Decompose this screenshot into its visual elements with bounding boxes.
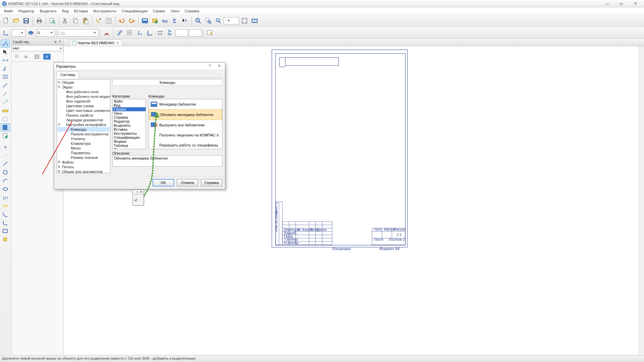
properties-object-combo[interactable]: Нет▾: [12, 45, 63, 51]
print-button[interactable]: [35, 16, 44, 25]
tree-node[interactable]: Клавиатура: [57, 141, 110, 146]
undo-button[interactable]: [117, 16, 126, 25]
zoom-fit-button[interactable]: [240, 16, 249, 25]
point-tool[interactable]: [1, 143, 10, 151]
tab-close-icon[interactable]: ✕: [116, 41, 120, 45]
new-doc-button[interactable]: [1, 16, 11, 25]
panel-close-icon[interactable]: ✕: [58, 40, 62, 44]
fillet-tool[interactable]: [1, 219, 10, 227]
tree-node[interactable]: Параметры: [57, 150, 110, 155]
tree-node[interactable]: Утилиты: [57, 136, 110, 141]
category-item[interactable]: Таблица: [113, 143, 146, 147]
category-item[interactable]: Файл: [113, 99, 146, 103]
xy-label-button[interactable]: Y▸X▸: [165, 28, 175, 38]
props-az-button[interactable]: A↓: [22, 53, 32, 61]
style-combo[interactable]: ▾: [59, 29, 98, 37]
command-item[interactable]: Обновить менеджер библиотек: [149, 109, 222, 120]
tree-node[interactable]: Цветовая схема: [57, 104, 110, 108]
reporting-tool[interactable]: [1, 132, 10, 140]
maximize-button[interactable]: ▭: [614, 1, 628, 7]
commands-listbox[interactable]: Менеджер библиотекОбновить менеджер библ…: [149, 99, 222, 149]
menu-editor[interactable]: Редактор: [16, 8, 37, 14]
param-mode-button[interactable]: [115, 28, 124, 38]
ortho-button[interactable]: [145, 28, 155, 38]
zoom-combo[interactable]: ▾: [224, 17, 239, 24]
ok-button[interactable]: OK: [153, 179, 174, 186]
y-input[interactable]: [189, 29, 202, 37]
category-item[interactable]: Спецификация: [113, 135, 146, 139]
zoom-all-button[interactable]: [250, 16, 259, 25]
local-cs-button[interactable]: [135, 28, 145, 38]
category-item[interactable]: Вид: [113, 103, 146, 107]
save-button[interactable]: [21, 16, 31, 25]
edit-slash-tool[interactable]: [1, 90, 10, 98]
menu-select[interactable]: Выделить: [37, 8, 59, 14]
arc-tool[interactable]: [1, 177, 10, 185]
tree-node[interactable]: Общие для документов: [57, 169, 110, 173]
category-item[interactable]: Справка: [113, 115, 146, 119]
command-item[interactable]: Разрешить работу со спецификац: [149, 140, 222, 149]
tree-node[interactable]: Панели инструментов: [57, 132, 110, 136]
zoom-window-button[interactable]: [204, 16, 213, 25]
geometry-tool[interactable]: [1, 40, 10, 48]
open-button[interactable]: [11, 16, 21, 25]
dialog-help-icon[interactable]: ?: [206, 64, 214, 69]
layer-state-button[interactable]: [26, 28, 36, 38]
spline-tool[interactable]: [1, 202, 10, 210]
polygon-tool[interactable]: [1, 235, 10, 243]
category-item[interactable]: Формат: [113, 139, 146, 143]
segment-tool[interactable]: [1, 160, 10, 168]
tree-node[interactable]: Фон надписей: [57, 99, 110, 104]
settings-tree[interactable]: ОбщиеЭкранФон рабочего поляФон рабочего …: [57, 79, 110, 173]
menu-help[interactable]: Справка: [182, 8, 202, 14]
tree-node[interactable]: Фон рабочего поля моделей: [57, 94, 110, 99]
panel-pin-icon[interactable]: ⬙: [53, 40, 57, 44]
category-item[interactable]: Сервис: [113, 107, 146, 111]
list-button[interactable]: [104, 16, 113, 25]
categories-listbox[interactable]: ФайлВидСервисОкноСправкаРедакторВыделить…: [112, 99, 146, 149]
function-button[interactable]: f(x): [160, 16, 170, 25]
preview-button[interactable]: [48, 16, 57, 25]
menu-insert[interactable]: Вставка: [71, 8, 91, 14]
tree-node[interactable]: Файлы: [57, 160, 110, 165]
view-combo[interactable]: ▾: [11, 29, 25, 37]
document-tab[interactable]: Чертеж БЕЗ ИМЕНИ1 ✕: [70, 39, 122, 46]
menu-tools[interactable]: Инструменты: [91, 8, 119, 14]
zoom-in-button[interactable]: [194, 16, 203, 25]
cut-button[interactable]: [61, 16, 70, 25]
tree-node[interactable]: Цвет текстовых элементов: [57, 108, 110, 113]
construction-designation-tool[interactable]: [1, 73, 10, 81]
edit-tool[interactable]: [1, 81, 10, 89]
edit-macro-button[interactable]: [205, 28, 215, 38]
category-item[interactable]: Инструменты: [113, 131, 146, 135]
cancel-button[interactable]: Отмена: [177, 179, 198, 186]
aux-line-tool[interactable]: [1, 152, 10, 160]
command-item[interactable]: Менеджер библиотек: [149, 99, 222, 109]
paste-button[interactable]: [81, 16, 90, 25]
command-item[interactable]: Выгрузить все библиотеки: [149, 120, 222, 130]
measure-tool[interactable]: [1, 107, 10, 115]
parameterize-tool[interactable]: [1, 98, 10, 106]
library-manager-button[interactable]: [140, 16, 150, 25]
tree-node[interactable]: Печать: [57, 165, 110, 169]
category-item[interactable]: Редактор: [113, 119, 146, 123]
whatsthis-button[interactable]: ?: [180, 16, 190, 25]
close-button[interactable]: ✕: [629, 1, 642, 7]
menu-spec[interactable]: Спецификация: [119, 8, 150, 14]
select-tool[interactable]: [1, 115, 10, 123]
category-item[interactable]: Выделить: [113, 123, 146, 127]
tree-node[interactable]: Экран: [57, 85, 110, 89]
rectangle-tool[interactable]: [1, 227, 10, 235]
props-help-button[interactable]: ?: [42, 53, 52, 61]
snap-toggle[interactable]: [102, 28, 111, 38]
dimension-tool[interactable]: [1, 56, 10, 64]
category-item[interactable]: Операции: [113, 147, 146, 149]
props-filter-button[interactable]: [32, 53, 42, 61]
tree-node[interactable]: Меню: [57, 146, 110, 150]
tree-node[interactable]: Общие: [57, 80, 110, 85]
unfold-tool[interactable]: [1, 193, 10, 201]
round-button[interactable]: [155, 28, 165, 38]
dialog-close-icon[interactable]: ✕: [215, 64, 223, 69]
numbering-button[interactable]: 1▸2▸: [170, 16, 180, 25]
spec-tool[interactable]: [1, 123, 10, 131]
